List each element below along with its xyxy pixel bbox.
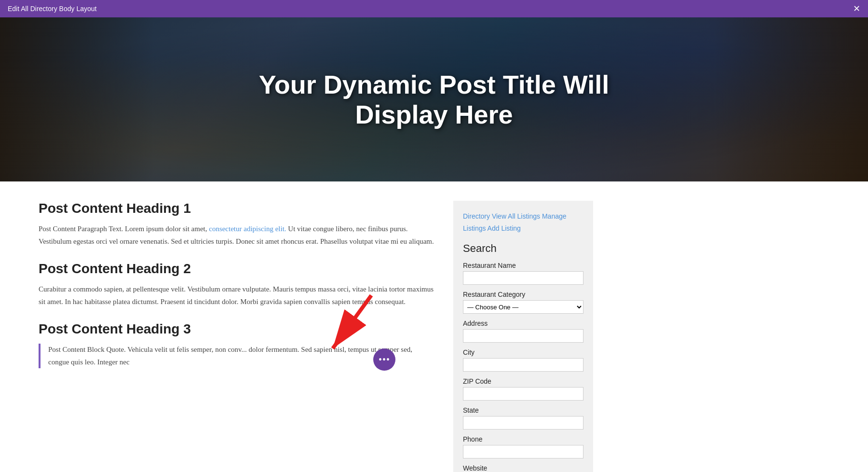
sidebar-nav: Directory View All Listings Manage Listi…	[463, 210, 583, 235]
sidebar-nav-view-all[interactable]: View All Listings	[492, 212, 540, 220]
post-heading-1: Post Content Heading 1	[39, 201, 434, 216]
post-heading-2: Post Content Heading 2	[39, 261, 434, 277]
content-area: Post Content Heading 1 Post Content Para…	[39, 201, 434, 472]
restaurant-name-label: Restaurant Name	[463, 262, 583, 269]
state-label: State	[463, 406, 583, 414]
close-button[interactable]: ✕	[853, 4, 860, 13]
hero-buildings-left	[0, 17, 154, 181]
restaurant-name-input[interactable]	[463, 271, 583, 285]
post-paragraph-2: Curabitur a commodo sapien, at pellentes…	[39, 283, 434, 308]
post-paragraph-1: Post Content Paragraph Text. Lorem ipsum…	[39, 223, 434, 248]
website-label: Website	[463, 464, 583, 472]
address-label: Address	[463, 319, 583, 327]
sidebar: Directory View All Listings Manage Listi…	[453, 201, 593, 472]
paragraph1-plain: Post Content Paragraph Text. Lorem ipsum…	[39, 225, 209, 233]
hero-title: Your Dynamic Post Title Will Display Her…	[217, 69, 651, 129]
address-input[interactable]	[463, 329, 583, 343]
paragraph1-link[interactable]: consectetur adipiscing elit.	[209, 225, 286, 233]
zip-label: ZIP Code	[463, 377, 583, 385]
phone-input[interactable]	[463, 445, 583, 458]
sidebar-search-title: Search	[463, 242, 583, 255]
three-dots-button[interactable]: •••	[373, 348, 395, 371]
blockquote-bar	[39, 344, 41, 368]
sidebar-nav-add[interactable]: Add Listing	[488, 224, 521, 232]
top-bar: Edit All Directory Body Layout ✕	[0, 0, 868, 17]
main-layout: Post Content Heading 1 Post Content Para…	[0, 181, 868, 472]
city-label: City	[463, 348, 583, 356]
dots-icon: •••	[379, 355, 390, 364]
hero-section: Your Dynamic Post Title Will Display Her…	[0, 17, 868, 181]
hero-buildings-right	[714, 17, 868, 181]
zip-input[interactable]	[463, 387, 583, 401]
post-heading-3: Post Content Heading 3	[39, 321, 434, 337]
restaurant-category-label: Restaurant Category	[463, 291, 583, 298]
sidebar-nav-directory[interactable]: Directory	[463, 212, 490, 220]
city-input[interactable]	[463, 358, 583, 372]
phone-label: Phone	[463, 435, 583, 443]
state-input[interactable]	[463, 416, 583, 430]
restaurant-category-select[interactable]: — Choose One —	[463, 300, 583, 314]
top-bar-title: Edit All Directory Body Layout	[8, 5, 96, 13]
blockquote-container: Post Content Block Quote. Vehicula velit…	[39, 344, 434, 368]
